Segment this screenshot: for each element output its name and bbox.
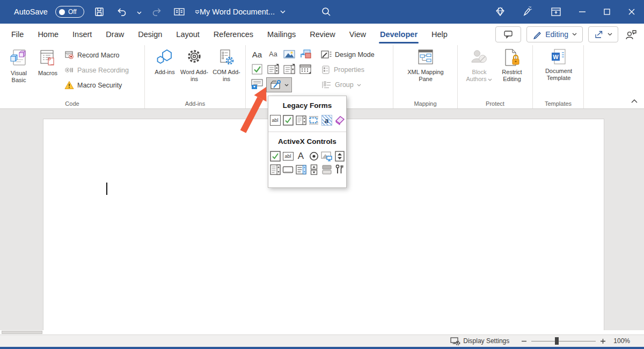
activex-checkbox-button[interactable] [269, 150, 281, 162]
word-addins-button[interactable]: Word Add-ins [179, 47, 210, 95]
warning-icon [64, 81, 74, 90]
date-picker-icon [299, 63, 311, 75]
design-mode-button[interactable]: Design Mode [321, 50, 375, 60]
visual-basic-button[interactable]: Visual Basic [4, 47, 33, 95]
tab-design[interactable]: Design [131, 24, 169, 45]
redo-icon [151, 6, 163, 17]
pause-recording-button[interactable]: Pause Recording [64, 66, 129, 75]
collapse-ribbon-button[interactable] [631, 96, 638, 105]
macros-button[interactable]: Macros [34, 47, 61, 95]
activex-text-box-button[interactable]: abl [282, 150, 294, 162]
tab-mailings[interactable]: Mailings [260, 24, 303, 45]
macro-security-button[interactable]: Macro Security [64, 81, 122, 90]
tab-insert[interactable]: Insert [65, 24, 99, 45]
activex-more-controls-button[interactable] [334, 164, 346, 176]
dropdown-form-field-button[interactable] [295, 114, 307, 126]
group-protect: Block Authors Restrict Editing Protect [458, 45, 533, 108]
date-picker-control-button[interactable] [298, 62, 312, 76]
checkbox-form-field-button[interactable] [282, 114, 294, 126]
insert-frame-button[interactable] [308, 114, 320, 126]
legacy-forms-header: Legacy Forms [268, 101, 346, 110]
xml-mapping-pane-button[interactable]: XML Mapping Pane [404, 47, 447, 95]
zoom-in-button[interactable] [600, 338, 606, 344]
tab-layout[interactable]: Layout [169, 24, 207, 45]
activex-spin-button[interactable] [334, 150, 346, 162]
tab-draw[interactable]: Draw [99, 24, 131, 45]
checkbox-form-field-icon [283, 115, 294, 126]
picture-control-button[interactable] [282, 47, 296, 61]
insert-frame-icon [308, 115, 319, 126]
legacy-tools-dropdown: Legacy Forms abl a [268, 96, 347, 188]
zoom-slider[interactable] [531, 337, 596, 345]
activex-command-button[interactable] [282, 164, 294, 176]
chevron-down-icon [280, 10, 286, 14]
activex-combo-box-button[interactable] [269, 164, 281, 176]
activex-label-icon: A [298, 151, 304, 162]
design-mode-icon [321, 50, 332, 60]
checkbox-control-button[interactable] [250, 62, 264, 76]
close-icon [628, 9, 635, 15]
reset-form-fields-button[interactable] [334, 114, 346, 126]
zoom-slider-track[interactable] [531, 341, 596, 341]
activex-image-button[interactable] [321, 150, 333, 162]
tab-developer[interactable]: Developer [373, 24, 425, 45]
properties-icon [321, 65, 331, 75]
addins-button[interactable]: Add-ins [152, 47, 178, 95]
combo-box-control-button[interactable] [266, 62, 280, 76]
building-block-gallery-button[interactable] [298, 47, 312, 61]
title-bar: AutoSave Off M [0, 0, 644, 24]
ribbon-display-options-button[interactable] [542, 0, 570, 24]
autosave-toggle[interactable]: Off [55, 6, 84, 18]
premium-button[interactable] [486, 0, 514, 24]
dropdown-list-control-button[interactable] [282, 62, 296, 76]
people-button[interactable] [624, 30, 639, 40]
display-settings-button[interactable]: Display Settings [450, 337, 509, 346]
activex-scroll-bar-button[interactable] [308, 164, 320, 176]
activex-label-button[interactable]: A [295, 150, 307, 162]
zoom-out-button[interactable] [521, 338, 527, 344]
undo-menu-chevron[interactable] [137, 7, 142, 17]
activex-option-button[interactable] [308, 150, 320, 162]
block-authors-icon [470, 48, 488, 67]
group-button[interactable]: Group [321, 80, 361, 90]
rich-text-control-button[interactable]: Aa [250, 47, 264, 61]
record-macro-icon [64, 50, 74, 60]
form-field-shading-button[interactable]: a [321, 114, 333, 126]
record-macro-button[interactable]: Record Macro [64, 50, 120, 60]
restrict-editing-button[interactable]: Restrict Editing [496, 47, 528, 95]
editing-mode-button[interactable]: Editing [526, 26, 583, 42]
tab-home[interactable]: Home [31, 24, 65, 45]
horizontal-scrollbar-thumb[interactable] [2, 331, 42, 334]
activex-toggle-button[interactable] [321, 164, 333, 176]
tab-references[interactable]: References [207, 24, 260, 45]
editor-pen-button[interactable] [514, 0, 542, 24]
plain-text-control-button[interactable]: Aa [266, 47, 280, 61]
document-template-button[interactable]: W Document Template [538, 47, 579, 95]
picture-icon [283, 49, 295, 60]
zoom-slider-thumb[interactable] [555, 337, 559, 345]
block-authors-button[interactable]: Block Authors [463, 47, 495, 95]
activex-list-box-button[interactable] [295, 164, 307, 176]
zoom-level[interactable]: 100% [613, 337, 630, 345]
redo-button[interactable] [149, 4, 164, 19]
tab-view[interactable]: View [342, 24, 373, 45]
tab-review[interactable]: Review [303, 24, 342, 45]
chevron-down-icon [357, 84, 361, 86]
search-icon [321, 6, 332, 17]
horizontal-scrollbar[interactable] [0, 330, 644, 335]
maximize-button[interactable] [595, 0, 619, 24]
comments-button[interactable] [495, 26, 521, 42]
minimize-button[interactable] [570, 0, 595, 24]
document-title[interactable]: My Word Document... [200, 0, 286, 24]
undo-button[interactable] [114, 4, 129, 19]
close-button[interactable] [619, 0, 644, 24]
share-button[interactable] [588, 26, 618, 42]
quick-access-book-button[interactable] [172, 4, 187, 19]
save-button[interactable] [92, 4, 107, 19]
tab-file[interactable]: File [4, 24, 31, 45]
plain-text-icon: Aa [269, 50, 277, 58]
properties-button[interactable]: Properties [321, 65, 364, 75]
tab-help[interactable]: Help [425, 24, 455, 45]
diamond-icon [494, 6, 506, 17]
search-button[interactable] [321, 0, 332, 24]
